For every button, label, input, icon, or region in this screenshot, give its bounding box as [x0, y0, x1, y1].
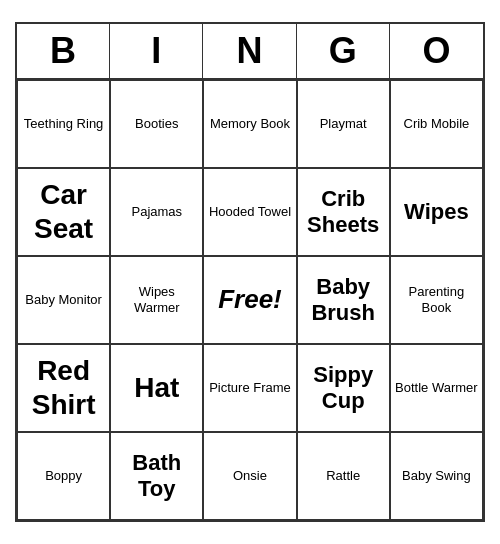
bingo-cell: Wipes	[390, 168, 483, 256]
bingo-cell: Hooded Towel	[203, 168, 296, 256]
bingo-cell: Crib Sheets	[297, 168, 390, 256]
bingo-cell: Baby Monitor	[17, 256, 110, 344]
header-letter: B	[17, 24, 110, 78]
bingo-cell: Memory Book	[203, 80, 296, 168]
bingo-cell: Car Seat	[17, 168, 110, 256]
bingo-grid: Teething RingBootiesMemory BookPlaymatCr…	[17, 80, 483, 520]
bingo-cell: Free!	[203, 256, 296, 344]
bingo-cell: Baby Swing	[390, 432, 483, 520]
header-letter: I	[110, 24, 203, 78]
bingo-cell: Playmat	[297, 80, 390, 168]
bingo-cell: Teething Ring	[17, 80, 110, 168]
bingo-header: BINGO	[17, 24, 483, 80]
bingo-cell: Wipes Warmer	[110, 256, 203, 344]
bingo-cell: Picture Frame	[203, 344, 296, 432]
bingo-card: BINGO Teething RingBootiesMemory BookPla…	[15, 22, 485, 522]
header-letter: N	[203, 24, 296, 78]
bingo-cell: Booties	[110, 80, 203, 168]
bingo-cell: Boppy	[17, 432, 110, 520]
bingo-cell: Crib Mobile	[390, 80, 483, 168]
bingo-cell: Red Shirt	[17, 344, 110, 432]
header-letter: O	[390, 24, 483, 78]
bingo-cell: Hat	[110, 344, 203, 432]
bingo-cell: Pajamas	[110, 168, 203, 256]
bingo-cell: Bath Toy	[110, 432, 203, 520]
bingo-cell: Parenting Book	[390, 256, 483, 344]
bingo-cell: Rattle	[297, 432, 390, 520]
bingo-cell: Baby Brush	[297, 256, 390, 344]
bingo-cell: Sippy Cup	[297, 344, 390, 432]
bingo-cell: Bottle Warmer	[390, 344, 483, 432]
header-letter: G	[297, 24, 390, 78]
bingo-cell: Onsie	[203, 432, 296, 520]
